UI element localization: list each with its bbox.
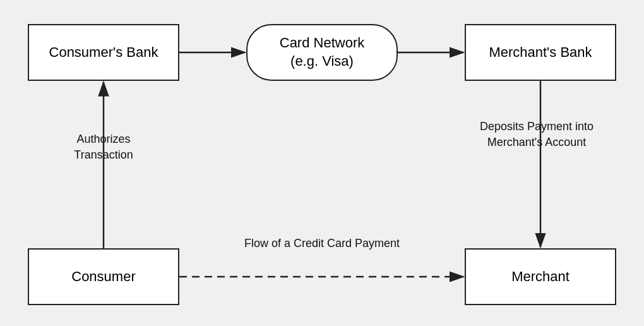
diagram: Consumer's Bank Card Network(e.g. Visa) … xyxy=(0,0,644,326)
merchant-box: Merchant xyxy=(465,248,616,305)
flow-label: Flow of a Credit Card Payment xyxy=(189,236,455,251)
consumers-bank-label: Consumer's Bank xyxy=(49,44,158,62)
merchants-bank-box: Merchant's Bank xyxy=(465,24,616,81)
authorizes-label: Authorizes Transaction xyxy=(47,131,160,163)
consumer-box: Consumer xyxy=(28,248,179,305)
consumer-label: Consumer xyxy=(71,268,135,286)
merchant-label: Merchant xyxy=(511,268,569,286)
card-network-label: Card Network(e.g. Visa) xyxy=(280,34,364,70)
card-network-box: Card Network(e.g. Visa) xyxy=(246,24,398,81)
deposits-label: Deposits Payment into Merchant's Account xyxy=(455,119,619,150)
consumers-bank-box: Consumer's Bank xyxy=(28,24,179,81)
merchants-bank-label: Merchant's Bank xyxy=(489,44,592,62)
